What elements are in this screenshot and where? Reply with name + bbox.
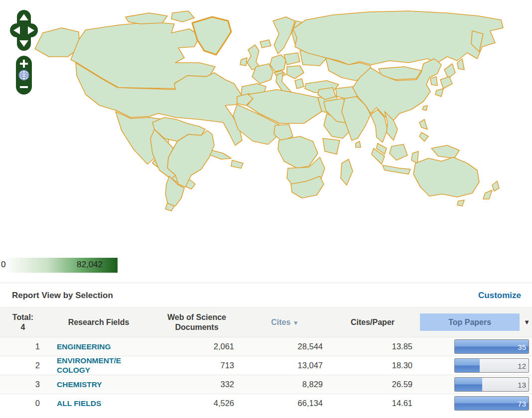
header-research-fields[interactable]: Research Fields <box>46 314 151 330</box>
country-borneo[interactable] <box>390 144 407 160</box>
country-poland[interactable] <box>284 53 300 65</box>
documents-cell: 2,061 <box>151 342 242 351</box>
rank-cell: 3 <box>0 380 46 389</box>
field-link[interactable]: ENVIRONMENT/ECOLOGY <box>57 356 123 375</box>
country-arctic-islands[interactable] <box>171 11 194 22</box>
legend-max-label: 82,042 <box>60 260 120 270</box>
globe-icon[interactable] <box>19 70 29 80</box>
world-map-svg <box>0 0 532 249</box>
documents-cell: 713 <box>151 361 242 370</box>
field-link[interactable]: ENGINEERING <box>57 342 111 351</box>
country-sri-lanka[interactable] <box>356 141 361 147</box>
choropleth-legend: 0 82,042 <box>4 258 118 273</box>
customize-link[interactable]: Customize <box>478 291 521 301</box>
country-sulawesi[interactable] <box>411 151 418 163</box>
map-controls <box>9 9 44 97</box>
country-madagascar[interactable] <box>341 159 353 185</box>
country-ireland[interactable] <box>240 58 247 66</box>
country-kenya-tanzania[interactable] <box>323 138 340 154</box>
table-row: 0 ALL FIELDS 4,526 66,134 14.61 73 <box>0 394 532 413</box>
pan-control[interactable] <box>10 10 38 51</box>
cites-cell: 13,047 <box>242 361 328 370</box>
country-hispaniola[interactable] <box>231 160 243 168</box>
table-header-row: Total: 4 Research Fields Web of Science … <box>0 307 532 337</box>
country-iceland[interactable] <box>260 40 271 48</box>
country-australia[interactable] <box>413 157 479 197</box>
country-philippines[interactable] <box>419 132 428 141</box>
header-top-papers: Top Papers ▼ <box>417 311 532 334</box>
header-cites-per-paper[interactable]: Cites/Paper <box>328 314 417 330</box>
top-papers-bar: 13 <box>454 377 529 392</box>
cites-per-paper-cell: 18.30 <box>328 361 417 370</box>
top-papers-bar: 73 <box>454 396 529 411</box>
header-documents[interactable]: Web of Science Documents <box>151 310 242 334</box>
report-title: Report View by Selection <box>12 291 113 301</box>
country-korea[interactable] <box>430 77 437 86</box>
field-link[interactable]: ALL FIELDS <box>57 399 101 408</box>
world-choropleth-map <box>0 0 532 249</box>
zoom-control[interactable] <box>16 56 32 95</box>
top-papers-select[interactable]: Top Papers <box>420 314 520 331</box>
country-arctic-islands[interactable] <box>126 13 167 24</box>
cites-per-paper-cell: 26.59 <box>328 380 417 389</box>
table-row: 2 ENVIRONMENT/ECOLOGY 713 13,047 18.30 1… <box>0 356 532 375</box>
bar-value: 12 <box>518 361 526 370</box>
table-row: 1 ENGINEERING 2,061 28,544 13.85 35 <box>0 337 532 356</box>
top-papers-bar: 35 <box>454 339 529 354</box>
cites-cell: 66,134 <box>242 399 328 408</box>
country-germany[interactable] <box>270 55 286 72</box>
country-philippines[interactable] <box>419 119 427 129</box>
sort-desc-icon: ▼ <box>293 319 299 326</box>
bar-value: 13 <box>518 380 526 389</box>
country-new-guinea[interactable] <box>431 145 459 158</box>
rank-cell: 0 <box>0 399 46 408</box>
cites-cell: 28,544 <box>242 342 328 351</box>
country-greece[interactable] <box>295 79 304 89</box>
documents-cell: 4,526 <box>151 399 242 408</box>
cites-per-paper-cell: 13.85 <box>328 342 417 351</box>
table-row: 3 CHEMISTRY 332 8,829 26.59 13 <box>0 375 532 394</box>
bar-fill <box>455 359 480 372</box>
country-greenland[interactable] <box>192 17 231 55</box>
chevron-down-icon[interactable]: ▼ <box>524 318 530 326</box>
rank-cell: 1 <box>0 342 46 351</box>
top-papers-bar: 12 <box>454 358 529 373</box>
country-central-africa[interactable] <box>278 136 318 168</box>
cites-cell: 8,829 <box>242 380 328 389</box>
country-norway-sweden[interactable] <box>273 17 295 54</box>
header-total: Total: 4 <box>0 310 46 334</box>
country-taiwan[interactable] <box>422 105 427 110</box>
country-new-zealand[interactable] <box>492 181 499 191</box>
country-japan[interactable] <box>444 64 455 79</box>
legend-min-label: 0 <box>1 260 5 270</box>
documents-cell: 332 <box>151 380 242 389</box>
country-japan[interactable] <box>440 77 452 89</box>
country-new-zealand[interactable] <box>483 190 492 199</box>
rank-cell: 2 <box>0 361 46 370</box>
total-count: 4 <box>21 323 25 331</box>
bar-value: 35 <box>518 342 526 351</box>
country-java[interactable] <box>383 165 410 174</box>
country-balkans[interactable] <box>287 66 304 79</box>
country-tasmania[interactable] <box>457 200 464 206</box>
country-japan[interactable] <box>435 89 443 97</box>
cites-per-paper-cell: 14.61 <box>328 399 417 408</box>
bar-value: 73 <box>518 399 526 408</box>
bar-fill <box>455 378 482 391</box>
report-header: Report View by Selection Customize <box>0 283 532 307</box>
field-link[interactable]: CHEMISTRY <box>57 380 102 389</box>
header-cites[interactable]: Cites ▼ <box>242 314 328 330</box>
